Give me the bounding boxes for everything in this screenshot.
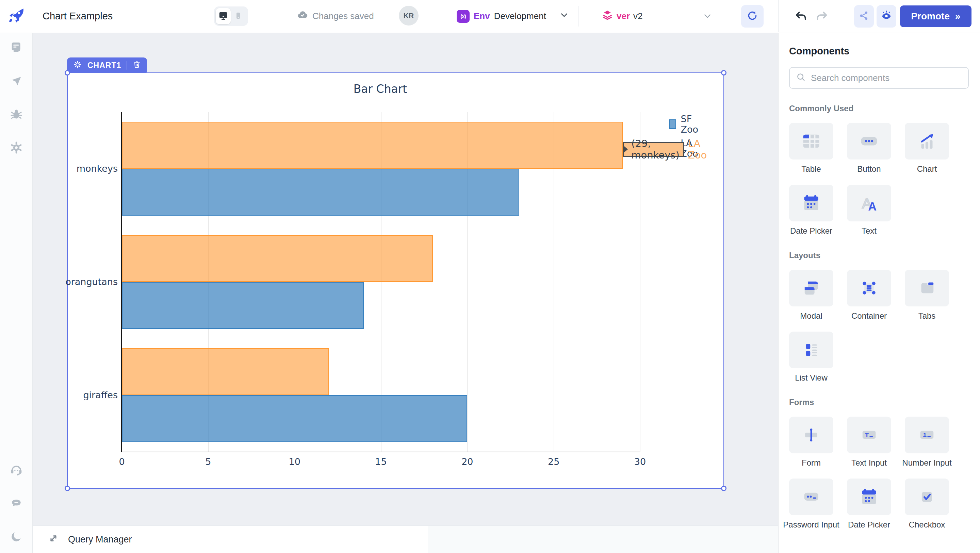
support-icon[interactable] — [10, 463, 23, 477]
eye-icon — [881, 10, 892, 23]
dark-mode-icon[interactable] — [10, 530, 23, 543]
chart-plot-area[interactable]: SF ZooLA Zoo (29, monkeys) LA Zoo 051015… — [121, 112, 640, 452]
component-item-form[interactable]: Form — [789, 416, 833, 468]
settings-gear-icon[interactable] — [10, 141, 23, 154]
bar-la-zoo-orangutans[interactable] — [122, 235, 433, 282]
top-bar: Chart Examples Changes saved KR (x) — [0, 0, 980, 33]
chat-icon[interactable] — [10, 497, 23, 510]
y-axis-label: orangutans — [63, 276, 118, 287]
page-title: Chart Examples — [43, 0, 113, 32]
preview-eye-button[interactable] — [877, 5, 896, 27]
refresh-button[interactable] — [741, 5, 764, 27]
cursor-icon[interactable] — [10, 74, 23, 88]
component-item-password-input[interactable]: Password Input — [789, 478, 833, 529]
modal-component-icon[interactable] — [789, 270, 833, 307]
debug-icon[interactable] — [10, 108, 23, 121]
desktop-toggle-button[interactable] — [216, 8, 231, 24]
mobile-toggle-button[interactable] — [231, 8, 246, 24]
logo-block[interactable] — [0, 0, 33, 32]
rocket-logo-icon — [6, 6, 26, 27]
component-item-chart[interactable]: Chart — [905, 123, 949, 174]
datepicker-component-icon[interactable] — [847, 478, 891, 515]
resize-handle[interactable] — [65, 486, 70, 491]
component-item-checkbox[interactable]: Checkbox — [905, 478, 949, 529]
component-label: Form — [802, 458, 821, 468]
save-status-label: Changes saved — [312, 11, 374, 21]
container-component-icon[interactable] — [847, 270, 891, 307]
component-item-date-picker[interactable]: Date Picker — [847, 478, 891, 529]
legend-label: SF Zoo — [681, 114, 701, 135]
chart-title: Bar Chart — [121, 82, 640, 95]
layers-icon — [601, 9, 613, 23]
legend-item-sf-zoo[interactable]: SF Zoo — [669, 114, 701, 135]
component-item-container[interactable]: Container — [847, 270, 891, 321]
chip-divider — [127, 61, 127, 70]
bar-sf-zoo-orangutans[interactable] — [122, 282, 364, 329]
search-input[interactable] — [810, 72, 962, 84]
chart-widget[interactable]: CHART1 Bar Chart SF ZooLA Zoo (29, monke… — [67, 72, 724, 489]
gear-icon[interactable] — [73, 60, 82, 70]
bar-sf-zoo-monkeys[interactable] — [122, 169, 519, 216]
component-item-modal[interactable]: Modal — [789, 270, 833, 321]
table-component-icon[interactable] — [789, 123, 833, 159]
component-item-list-view[interactable]: List View — [789, 332, 833, 383]
refresh-icon — [746, 10, 758, 23]
datepicker-component-icon[interactable] — [789, 185, 833, 221]
form-component-icon[interactable] — [789, 416, 833, 453]
numberinput-component-icon[interactable]: 1 — [905, 416, 949, 453]
share-icon — [859, 10, 869, 22]
undo-button[interactable] — [794, 9, 808, 24]
tooltip-text: (29, monkeys) — [623, 142, 684, 157]
component-item-text[interactable]: AAText — [847, 185, 891, 236]
component-grid: TableButtonChartDate PickerAAText — [789, 123, 980, 236]
pages-icon[interactable] — [10, 41, 23, 54]
version-selector[interactable]: ver v2 — [601, 0, 643, 32]
resize-handle[interactable] — [721, 486, 727, 491]
y-axis-label: monkeys — [63, 163, 118, 174]
x-tick-label: 10 — [288, 456, 300, 467]
left-sidebar — [0, 33, 33, 553]
bar-la-zoo-giraffes[interactable] — [122, 348, 329, 395]
component-search[interactable] — [789, 67, 969, 89]
checkbox-component-icon[interactable] — [905, 478, 949, 515]
component-label: Tabs — [918, 311, 936, 321]
redo-button[interactable] — [815, 9, 829, 24]
environment-selector[interactable]: (x) Env Development — [457, 0, 569, 32]
component-label: List View — [795, 373, 827, 383]
chart-component-icon[interactable] — [905, 123, 949, 159]
query-manager-bar[interactable]: Query Manager — [33, 526, 778, 553]
listview-component-icon[interactable] — [789, 332, 833, 368]
component-label: Modal — [800, 311, 822, 321]
bar-sf-zoo-giraffes[interactable] — [122, 395, 467, 442]
search-icon — [796, 72, 806, 84]
chart-tooltip: (29, monkeys) LA Zoo — [623, 138, 707, 161]
passwordinput-component-icon[interactable] — [789, 478, 833, 515]
button-component-icon[interactable] — [847, 123, 891, 159]
bar-la-zoo-monkeys[interactable] — [122, 122, 623, 169]
component-item-table[interactable]: Table — [789, 123, 833, 174]
query-manager-toggle[interactable]: Query Manager — [48, 526, 132, 553]
component-item-number-input[interactable]: 1Number Input — [905, 416, 949, 468]
component-item-button[interactable]: Button — [847, 123, 891, 174]
resize-handle[interactable] — [721, 70, 727, 76]
chevron-down-icon[interactable] — [703, 11, 712, 22]
topbar-divider — [435, 6, 435, 27]
component-item-text-input[interactable]: TText Input — [847, 416, 891, 468]
version-label: ver — [617, 11, 630, 21]
textinput-component-icon[interactable]: T — [847, 416, 891, 453]
text-component-icon[interactable]: AA — [847, 185, 891, 221]
y-axis-label: giraffes — [63, 390, 118, 400]
component-label: Checkbox — [909, 520, 945, 529]
widget-chip[interactable]: CHART1 — [67, 57, 147, 73]
canvas[interactable]: CHART1 Bar Chart SF ZooLA Zoo (29, monke… — [33, 33, 778, 553]
component-item-tabs[interactable]: Tabs — [905, 270, 949, 321]
component-label: Date Picker — [848, 520, 890, 529]
resize-handle[interactable] — [65, 70, 70, 76]
chevron-down-icon — [560, 11, 569, 22]
avatar[interactable]: KR — [399, 6, 418, 25]
promote-button[interactable]: Promote » — [900, 5, 972, 27]
component-item-date-picker[interactable]: Date Picker — [789, 185, 833, 236]
trash-icon[interactable] — [133, 60, 141, 70]
tabs-component-icon[interactable] — [905, 270, 949, 307]
share-button[interactable] — [854, 5, 874, 27]
